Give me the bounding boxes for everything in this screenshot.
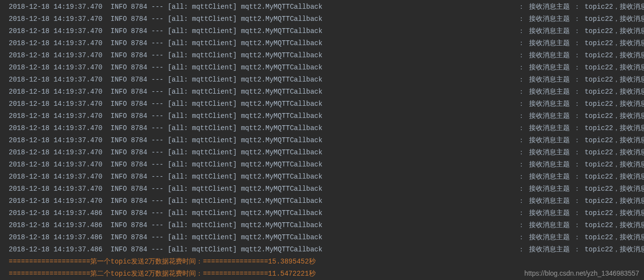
log-line: 2018-12-18 14:19:37.470 INFO 8784 --- [a… [9,171,644,183]
log-line: 2018-12-18 14:19:37.470 INFO 8784 --- [a… [9,49,644,62]
log-line: 2018-12-18 14:19:37.470 INFO 8784 --- [a… [9,37,644,49]
log-line: 2018-12-18 14:19:37.470 INFO 8784 --- [a… [9,147,644,159]
log-line: 2018-12-18 14:19:37.486 INFO 8784 --- [a… [9,207,644,219]
log-line: 2018-12-18 14:19:37.470 INFO 8784 --- [a… [9,1,644,13]
log-line: 2018-12-18 14:19:37.470 INFO 8784 --- [a… [9,122,644,134]
summary-label-2: ====================第二个topic发送2万数据花费时间：=… [9,270,268,278]
watermark: https://blog.csdn.net/yzh_1346983557 [524,269,639,277]
log-line: 2018-12-18 14:19:37.470 INFO 8784 --- [a… [9,98,644,110]
log-line: 2018-12-18 14:19:37.470 INFO 8784 --- [a… [9,86,644,98]
summary-line-1: ====================第一个topic发送2万数据花费时间：=… [9,256,644,268]
log-line: 2018-12-18 14:19:37.470 INFO 8784 --- [a… [9,195,644,207]
log-line: 2018-12-18 14:19:37.486 INFO 8784 --- [a… [9,231,644,244]
log-line: 2018-12-18 14:19:37.470 INFO 8784 --- [a… [9,183,644,195]
log-line: 2018-12-18 14:19:37.486 INFO 8784 --- [a… [9,219,644,231]
log-line: 2018-12-18 14:19:37.470 INFO 8784 --- [a… [9,134,644,147]
log-line: 2018-12-18 14:19:37.470 INFO 8784 --- [a… [9,25,644,37]
log-line: 2018-12-18 14:19:37.486 INFO 8784 --- [a… [9,244,644,256]
log-line: 2018-12-18 14:19:37.470 INFO 8784 --- [a… [9,13,644,25]
summary-label-1: ====================第一个topic发送2万数据花费时间：=… [9,258,268,265]
log-line: 2018-12-18 14:19:37.470 INFO 8784 --- [a… [9,110,644,122]
log-line: 2018-12-18 14:19:37.470 INFO 8784 --- [a… [9,74,644,86]
log-line: 2018-12-18 14:19:37.470 INFO 8784 --- [a… [9,62,644,74]
summary-value-2: 11.5472221秒 [268,270,316,278]
summary-value-1: 15.3895452秒 [268,258,316,265]
log-output: 2018-12-18 14:19:37.470 INFO 8784 --- [a… [9,1,644,256]
log-line: 2018-12-18 14:19:37.470 INFO 8784 --- [a… [9,159,644,171]
